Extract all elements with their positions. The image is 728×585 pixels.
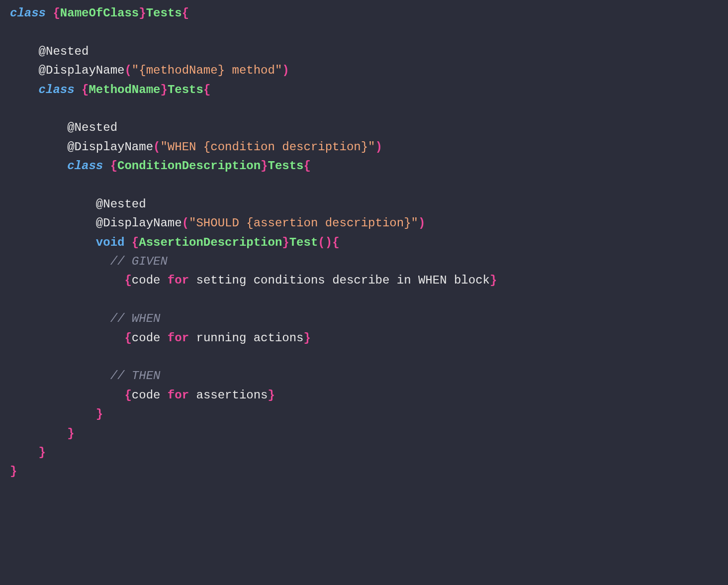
keyword-class: class xyxy=(39,83,75,97)
brace-close: } xyxy=(490,274,497,287)
class-name: ConditionDescription xyxy=(117,159,261,173)
brace-close: } xyxy=(268,389,275,402)
keyword-for: for xyxy=(168,389,189,402)
brace-open: { xyxy=(304,159,311,173)
paren-open: ( xyxy=(182,216,189,230)
keyword-class: class xyxy=(67,159,103,173)
string-should: "SHOULD {assertion description}" xyxy=(189,216,418,230)
paren-close: ) xyxy=(375,140,382,154)
tests-suffix: Tests xyxy=(146,6,182,20)
brace-close: } xyxy=(39,446,46,459)
code-block: class {NameOfClass}Tests{ @Nested @Displ… xyxy=(10,4,718,482)
brace-close: } xyxy=(160,83,167,97)
annotation-nested: @Nested xyxy=(67,121,117,134)
brace-open: { xyxy=(110,159,117,173)
string-method: "{methodName} method" xyxy=(132,64,282,77)
paren-close: ) xyxy=(282,64,289,77)
brace-open: { xyxy=(182,6,189,20)
brace-open: { xyxy=(124,274,131,287)
paren-close: ) xyxy=(418,216,425,230)
brace-close: } xyxy=(10,465,17,478)
comment-given: // GIVEN xyxy=(110,255,168,268)
method-name: AssertionDescription xyxy=(139,236,282,249)
tests-suffix: Tests xyxy=(168,83,203,97)
paren-pair: () xyxy=(318,236,332,249)
class-name: NameOfClass xyxy=(60,6,139,20)
given-text-a: code xyxy=(132,274,168,287)
when-text-b: running actions xyxy=(189,331,303,345)
then-text-b: assertions xyxy=(189,389,268,402)
comment-then: // THEN xyxy=(110,369,161,383)
brace-close: } xyxy=(67,427,74,440)
then-text-a: code xyxy=(132,389,168,402)
test-suffix: Test xyxy=(289,236,318,249)
paren-open: ( xyxy=(124,64,131,77)
brace-open: { xyxy=(53,6,60,20)
when-text-a: code xyxy=(132,331,168,345)
annotation-nested: @Nested xyxy=(96,197,146,211)
string-when: "WHEN {condition description}" xyxy=(160,140,375,154)
annotation-displayname: @DisplayName xyxy=(39,64,125,77)
brace-open: { xyxy=(132,236,139,249)
keyword-class: class xyxy=(10,6,46,20)
brace-open: { xyxy=(82,83,89,97)
brace-close: } xyxy=(282,236,289,249)
brace-close: } xyxy=(304,331,311,345)
class-name: MethodName xyxy=(89,83,160,97)
brace-open: { xyxy=(203,83,210,97)
brace-close: } xyxy=(139,6,146,20)
annotation-nested: @Nested xyxy=(39,45,89,58)
annotation-displayname: @DisplayName xyxy=(96,216,182,230)
brace-close: } xyxy=(261,159,268,173)
paren-open: ( xyxy=(153,140,160,154)
given-text-b: setting conditions describe in WHEN bloc… xyxy=(189,274,490,287)
brace-open: { xyxy=(124,331,131,345)
annotation-displayname: @DisplayName xyxy=(67,140,153,154)
tests-suffix: Tests xyxy=(268,159,304,173)
brace-close: } xyxy=(96,407,103,421)
keyword-for: for xyxy=(168,274,189,287)
keyword-void: void xyxy=(96,236,125,249)
keyword-for: for xyxy=(168,331,189,345)
comment-when: // WHEN xyxy=(110,312,161,325)
brace-open: { xyxy=(332,236,339,249)
brace-open: { xyxy=(124,389,131,402)
